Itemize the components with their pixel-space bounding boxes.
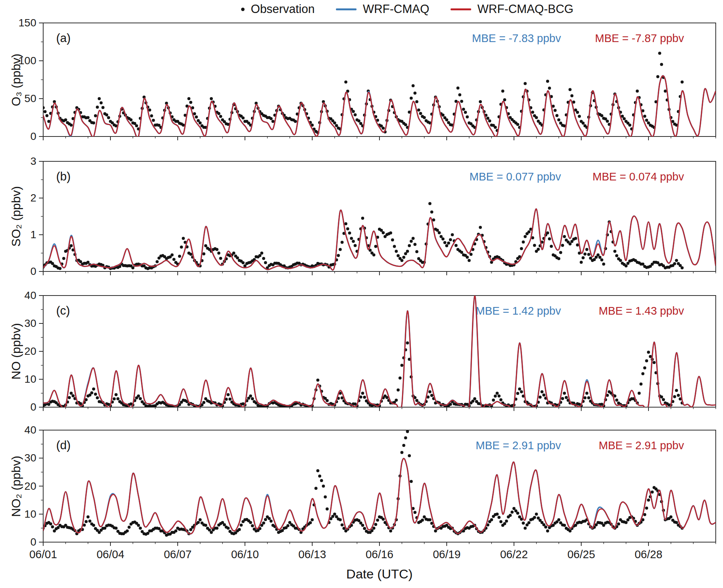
observation-point [389, 530, 392, 533]
observation-point [509, 514, 512, 517]
observation-point [404, 436, 407, 439]
observation-point [557, 257, 560, 260]
observation-point [210, 531, 213, 534]
observation-point [454, 244, 457, 247]
observation-point [70, 244, 73, 247]
observation-point [438, 231, 441, 234]
observation-point [156, 260, 159, 263]
observation-point [546, 530, 549, 533]
observation-point [643, 115, 646, 118]
observation-point [520, 247, 523, 250]
observation-point [535, 513, 538, 516]
observation-point [130, 118, 133, 121]
observation-point [70, 392, 73, 395]
observation-point [516, 392, 519, 395]
observation-point [79, 260, 82, 263]
observation-point [382, 127, 385, 130]
observation-point [421, 518, 424, 521]
observation-point [554, 109, 557, 112]
observation-point [449, 238, 452, 241]
observation-point [413, 511, 417, 514]
observation-point [395, 250, 398, 253]
observation-point [251, 397, 254, 400]
observation-point [662, 398, 665, 401]
observation-point [174, 530, 177, 533]
observation-point [374, 523, 377, 526]
observation-point [527, 521, 530, 524]
observation-point [498, 516, 501, 519]
observation-point [90, 391, 93, 394]
observation-point [520, 390, 523, 393]
observation-point [311, 518, 314, 521]
wrf-cmaq-line [43, 458, 716, 534]
observation-point [675, 389, 678, 392]
observation-point [359, 395, 362, 398]
x-tick-label: 06/25 [567, 548, 595, 560]
observation-point [527, 231, 530, 234]
observation-point [580, 261, 583, 264]
observation-point [96, 106, 99, 109]
observation-point [98, 97, 101, 100]
observation-point [546, 231, 549, 234]
observation-point [681, 266, 684, 269]
observation-point [571, 94, 574, 97]
observation-point [441, 237, 444, 240]
observation-point [561, 397, 564, 400]
observation-point [189, 528, 192, 531]
observation-point [533, 516, 536, 519]
observation-scatter [42, 52, 684, 134]
observation-point [322, 485, 325, 488]
observation-point [204, 244, 207, 247]
x-tick-label: 06/19 [433, 548, 461, 560]
observation-point [447, 242, 450, 245]
observation-point [503, 522, 506, 525]
observation-point [92, 388, 95, 391]
observation-point [182, 237, 185, 240]
observation-point [600, 258, 603, 262]
observation-point [441, 114, 444, 117]
observation-point [494, 126, 497, 129]
y-tick-label: 0 [30, 536, 36, 548]
observation-point [410, 240, 413, 243]
observation-point [569, 88, 572, 91]
observation-point [653, 361, 656, 364]
observation-point [268, 517, 271, 520]
observation-point [271, 120, 274, 123]
observation-point [524, 526, 527, 530]
observation-point [468, 259, 471, 262]
observation-point [430, 210, 433, 213]
observation-point [677, 394, 680, 397]
observation-point [462, 108, 465, 111]
observation-point [258, 254, 261, 257]
observation-scatter [42, 202, 684, 270]
observation-point [84, 520, 88, 523]
observation-point [598, 256, 601, 259]
observation-point [557, 518, 560, 521]
observation-point [382, 231, 385, 234]
observation-point [498, 395, 501, 398]
observation-point [357, 519, 360, 522]
observation-point [269, 117, 272, 120]
observation-point [399, 377, 402, 380]
observation-point [240, 524, 243, 527]
observation-point [415, 100, 418, 103]
observation-point [647, 499, 650, 502]
observation-point [496, 392, 499, 395]
observation-point [522, 240, 525, 244]
y-tick-label: 50 [24, 93, 36, 104]
observation-point [92, 524, 95, 527]
observation-point [494, 395, 497, 398]
observation-point [550, 245, 553, 248]
observation-point [404, 123, 407, 126]
observation-point [361, 524, 364, 527]
observation-point [400, 364, 404, 367]
observation-point [406, 250, 409, 253]
observation-point [128, 526, 131, 529]
observation-point [641, 372, 644, 375]
observation-point [219, 257, 222, 260]
observation-point [281, 529, 284, 532]
observation-point [357, 119, 360, 122]
observation-point [115, 393, 118, 396]
observation-point [115, 526, 118, 530]
observation-point [445, 244, 448, 247]
